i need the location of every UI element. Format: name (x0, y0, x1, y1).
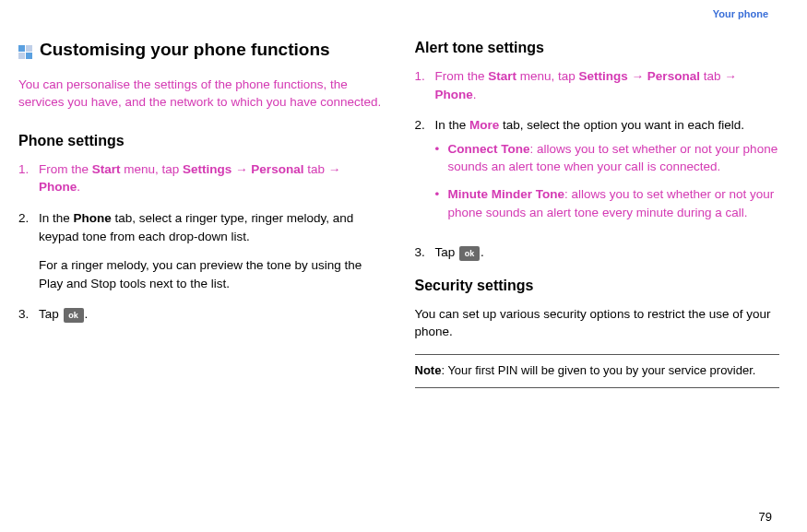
svg-rect-1 (26, 45, 32, 52)
phone-label: Phone (435, 88, 473, 101)
step-extra-text: For a ringer melody, you can preview the… (39, 256, 384, 292)
right-step-3: 3. Tap ok. (415, 243, 780, 262)
text: In the (435, 118, 470, 132)
intro-text: You can personalise the settings of the … (18, 76, 384, 112)
security-text: You can set up various security options … (415, 305, 780, 341)
text: → (231, 162, 251, 176)
text: menu, tap (516, 69, 579, 83)
settings-label: Settings (183, 162, 231, 176)
bullet-minute-minder: • Minute Minder Tone: allows you to set … (435, 185, 780, 221)
step-number: 1. (18, 160, 39, 196)
content-columns: Customising your phone functions You can… (18, 37, 779, 388)
text: From the (435, 69, 489, 83)
text: From the (39, 162, 92, 176)
security-settings-heading: Security settings (415, 275, 780, 296)
bullet-text: Minute Minder Tone: allows you to set wh… (448, 185, 780, 221)
text: tab, select the option you want in each … (499, 118, 744, 132)
text: . (77, 180, 80, 194)
section-header-link: Your phone (713, 7, 768, 22)
note-text: : Your first PIN will be given to you by… (441, 363, 755, 377)
step-body: From the Start menu, tap Settings → Pers… (435, 67, 780, 103)
text: . (85, 307, 89, 321)
step-body: Tap ok. (39, 305, 384, 324)
text: . (473, 88, 477, 101)
step-number: 1. (415, 67, 435, 103)
step-body: In the Phone tab, select a ringer type, … (39, 209, 384, 292)
step-number: 3. (415, 243, 435, 262)
left-step-1: 1. From the Start menu, tap Settings → P… (18, 160, 384, 196)
svg-rect-0 (18, 45, 25, 52)
text: In the (39, 211, 74, 225)
ok-icon: ok (459, 246, 480, 261)
ok-icon: ok (64, 308, 84, 323)
right-column: Alert tone settings 1. From the Start me… (415, 37, 780, 388)
svg-rect-3 (26, 53, 32, 59)
bullet-icon: • (435, 140, 448, 176)
alert-tone-heading: Alert tone settings (415, 37, 780, 58)
step-number: 2. (18, 209, 39, 292)
connect-tone-label: Connect Tone (448, 142, 530, 156)
more-label: More (469, 118, 499, 132)
text: tab → (303, 162, 340, 176)
left-step-3: 3. Tap ok. (18, 305, 384, 324)
phone-settings-heading: Phone settings (18, 130, 384, 151)
settings-label: Settings (579, 69, 628, 83)
text: Tap (435, 245, 459, 259)
left-column: Customising your phone functions You can… (18, 37, 384, 388)
step-body: From the Start menu, tap Settings → Pers… (39, 160, 384, 196)
text: Tap (39, 307, 63, 321)
phone-label: Phone (39, 180, 77, 194)
note-label: Note (415, 363, 442, 377)
right-step-1: 1. From the Start menu, tap Settings → P… (415, 67, 780, 103)
text: tab → (700, 69, 737, 83)
personal-label: Personal (647, 69, 700, 83)
minute-minder-label: Minute Minder Tone (448, 187, 565, 201)
note-block: Note: Your first PIN will be given to yo… (415, 354, 780, 388)
bullet-connect-tone: • Connect Tone: allows you to set whethe… (435, 140, 780, 176)
text: menu, tap (121, 162, 184, 176)
step-number: 3. (18, 305, 39, 324)
main-heading-text: Customising your phone functions (40, 37, 330, 63)
start-label: Start (488, 69, 516, 83)
step-body: In the More tab, select the option you w… (435, 116, 780, 231)
svg-rect-2 (18, 53, 25, 59)
right-step-2: 2. In the More tab, select the option yo… (415, 116, 780, 231)
bullet-text: Connect Tone: allows you to set whether … (448, 140, 780, 176)
step-body: Tap ok. (435, 243, 780, 262)
phone-tab-label: Phone (74, 211, 112, 225)
left-step-2: 2. In the Phone tab, select a ringer typ… (18, 209, 384, 292)
page-number: 79 (759, 509, 772, 526)
start-label: Start (92, 162, 121, 176)
text: → (628, 69, 647, 83)
text: . (481, 245, 484, 259)
main-heading: Customising your phone functions (18, 37, 384, 63)
bullet-icon: • (435, 185, 448, 221)
personal-label: Personal (251, 162, 303, 176)
step-number: 2. (415, 116, 435, 231)
section-square-icon (18, 41, 32, 54)
